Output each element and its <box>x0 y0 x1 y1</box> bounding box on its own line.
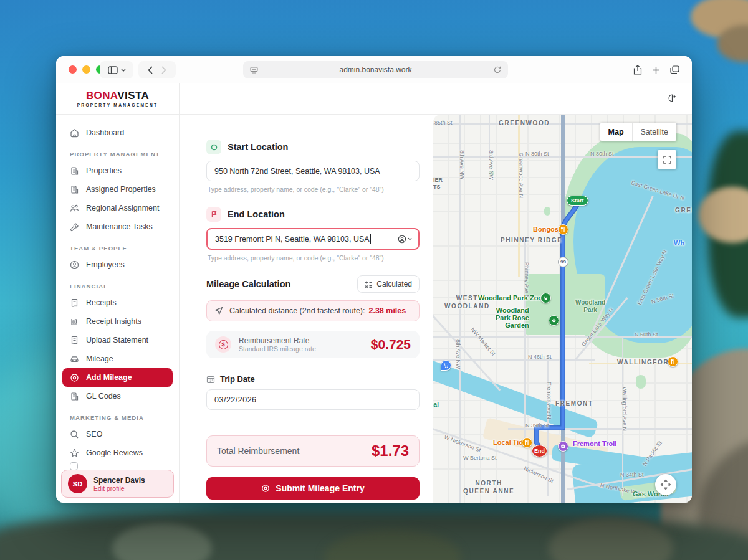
profile-card[interactable]: SD Spencer Davis Edit profile <box>61 470 174 498</box>
poi-marker-restaurant-bongos[interactable] <box>558 224 568 235</box>
poi-label-rose-garden: Woodland Park Rose Garden <box>496 306 529 329</box>
pan-control[interactable] <box>655 474 676 495</box>
submit-mileage-button[interactable]: Submit Mileage Entry <box>206 477 420 500</box>
close-window-button[interactable] <box>69 65 77 74</box>
end-location-input[interactable]: 3519 Fremont Pl N, Seattle, WA 98103, US… <box>206 228 420 250</box>
highway-99-shield: 99 <box>558 257 568 267</box>
pin-icon <box>261 484 270 493</box>
sidebar-item-label: Maintenance Tasks <box>86 222 153 231</box>
sidebar-item-regional-assignment[interactable]: Regional Assignment <box>62 199 173 217</box>
address-bar[interactable]: admin.bonavista.work <box>243 61 508 78</box>
sidebar-item-employees[interactable]: Employees <box>62 255 173 274</box>
new-tab-icon[interactable] <box>652 66 660 74</box>
browser-window: admin.bonavista.work BONAVISTA PROPERTY … <box>56 56 692 503</box>
forward-button[interactable] <box>161 66 166 74</box>
street-label: N 34th St <box>620 472 644 478</box>
logo-text-bona: BONA <box>86 90 117 102</box>
poi-marker-fremont-troll[interactable] <box>558 441 568 452</box>
sidebar-nav: Dashboard PROPERTY MANAGEMENT Properties… <box>56 115 179 462</box>
sidebar-item-label: Add Mileage <box>86 373 132 382</box>
rate-subtitle: Standard IRS mileage rate <box>239 345 316 353</box>
edit-profile-link[interactable]: Edit profile <box>94 485 145 492</box>
distance-text: Calculated distance (2nd fastest route): <box>229 306 365 315</box>
street-label: W 85th St <box>433 120 453 126</box>
people-icon <box>70 204 79 213</box>
sidebar-item-mileage[interactable]: Mileage <box>62 349 173 368</box>
trip-date-input[interactable]: 03/22/2026 <box>206 389 420 410</box>
street-label: Fremont Ave N <box>546 382 552 419</box>
distance-value: 2.38 miles <box>368 306 406 315</box>
mileage-calculation-title: Mileage Calculation <box>206 279 290 289</box>
start-location-label: Start Location <box>228 142 288 152</box>
share-icon[interactable] <box>633 65 642 75</box>
poi-label-fremont-troll: Fremont Troll <box>573 440 616 447</box>
sidebar-item-label: Mileage <box>86 354 113 363</box>
building-icon <box>70 166 79 176</box>
minimize-window-button[interactable] <box>82 65 90 74</box>
sidebar-item-receipt-insights[interactable]: Receipt Insights <box>62 312 173 331</box>
route-start-marker[interactable]: Start <box>567 196 588 206</box>
back-button[interactable] <box>148 66 153 74</box>
poi-label-bongos: Bongos <box>533 225 559 233</box>
poi-marker-zoo[interactable] <box>540 293 551 303</box>
sidebar-item-seo[interactable]: SEO <box>62 425 173 444</box>
poi-marker-restaurant-east[interactable] <box>668 356 678 367</box>
app-header <box>180 83 692 115</box>
browser-toolbar: admin.bonavista.work <box>56 56 692 83</box>
route-end-marker[interactable]: End <box>532 445 547 457</box>
sidebar-item-add-mileage[interactable]: Add Mileage <box>62 368 173 387</box>
map-canvas[interactable]: GREENWOOD PHINNEY RIDGE WEST WOODLAND WA… <box>433 115 692 503</box>
pin-icon <box>70 373 79 382</box>
poi-marker-store[interactable] <box>441 360 451 371</box>
calendar-icon <box>206 375 215 384</box>
poi-marker-local-tide[interactable] <box>522 437 532 448</box>
sidebar-item-maintenance-tasks[interactable]: Maintenance Tasks <box>62 217 173 236</box>
sidebar-section-team: TEAM & PEOPLE <box>70 245 173 252</box>
street-label: N 46th St <box>528 354 552 360</box>
logout-icon[interactable] <box>667 93 677 103</box>
distance-banner: Calculated distance (2nd fastest route):… <box>206 300 420 321</box>
contact-autofill-icon[interactable] <box>398 235 412 244</box>
home-icon <box>70 128 79 138</box>
sidebar-item-label: Assigned Properties <box>86 185 156 194</box>
toggle-sidebar-button[interactable] <box>100 61 133 78</box>
sidebar-item-google-reviews[interactable]: Google Reviews <box>62 444 173 462</box>
sidebar-item-assigned-properties[interactable]: Assigned Properties <box>62 180 173 199</box>
sidebar-icon <box>108 66 118 74</box>
ledger-icon <box>70 392 79 401</box>
label-terminal: Terminal <box>433 401 439 408</box>
sidebar-item-label: GL Codes <box>86 392 121 401</box>
rate-card: $ Reimbursement Rate Standard IRS mileag… <box>206 331 420 358</box>
poi-marker-rose-garden[interactable] <box>549 315 559 326</box>
reload-icon[interactable] <box>494 66 501 74</box>
map-type-map-button[interactable]: Map <box>600 123 632 141</box>
sidebar-item-gl-codes[interactable]: GL Codes <box>62 387 173 406</box>
reader-view-icon[interactable] <box>250 67 258 74</box>
sidebar-item-label: Dashboard <box>86 128 124 137</box>
street-label: W Bertona St <box>463 455 497 461</box>
label-fremont: FREMONT <box>555 400 593 407</box>
sidebar-item-properties[interactable]: Properties <box>62 161 173 180</box>
app-logo[interactable]: BONAVISTA PROPERTY MANAGEMENT <box>56 83 179 115</box>
calculated-badge[interactable]: Calculated <box>357 275 420 293</box>
sidebar-item-label: Employees <box>86 260 125 269</box>
map-type-satellite-button[interactable]: Satellite <box>632 123 676 141</box>
rate-value: $0.725 <box>371 337 411 352</box>
start-location-input[interactable]: 950 North 72nd Street, Seattle, WA 98103… <box>206 161 420 181</box>
calculator-icon <box>365 280 372 288</box>
sidebar-item-receipts[interactable]: Receipts <box>62 293 173 312</box>
receipt-icon <box>70 298 79 308</box>
sidebar-item-label: Properties <box>86 166 122 175</box>
poi-label-blue-business: Wh <box>674 239 684 247</box>
trip-date-value: 03/22/2026 <box>214 396 257 404</box>
trip-date-label: Trip Date <box>220 374 255 384</box>
rate-title: Reimbursement Rate <box>239 336 316 345</box>
tab-overview-icon[interactable] <box>670 65 679 74</box>
sidebar-item-dashboard[interactable]: Dashboard <box>62 123 173 142</box>
sidebar-item-upload-statement[interactable]: Upload Statement <box>62 331 173 349</box>
dollar-icon: $ <box>215 336 231 353</box>
fullscreen-button[interactable] <box>658 150 676 169</box>
total-label: Total Reimbursement <box>217 446 299 456</box>
building-check-icon <box>70 185 79 194</box>
street-label: N 80th St <box>590 151 614 157</box>
